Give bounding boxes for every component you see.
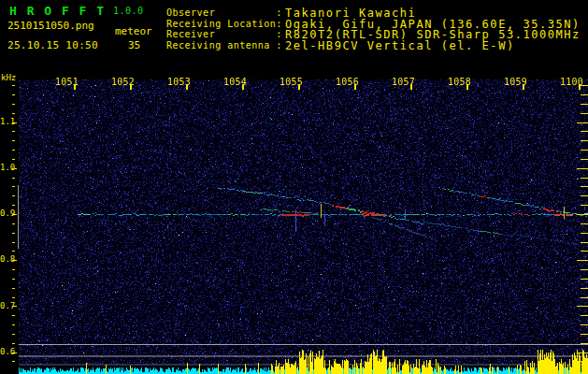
time-label: 1053 [163,78,191,87]
echo-count: 35 [128,39,140,51]
time-label: 1055 [275,78,303,87]
freq-axis-unit: kHz [1,73,16,82]
freq-minor-tick [12,233,15,234]
freq-label: 0.8 [0,255,11,264]
time-label: 1056 [331,78,359,87]
hrofft-window: H R O F F T 1.0.0 2510151050.png meteor … [0,0,588,374]
freq-label: 0.7 [0,302,11,310]
freq-minor-tick [12,104,15,105]
info-separator: : [276,39,282,51]
mode-label: meteor [115,25,152,37]
time-label: 1054 [219,78,247,87]
freq-label: 0.9 [0,209,11,218]
freq-minor-tick [12,140,15,141]
freq-major-tick [12,214,17,215]
freq-minor-tick [12,150,15,151]
freq-label: 0.6 [0,348,11,356]
info-label: Receiving antenna [166,40,270,50]
freq-major-tick [12,122,17,123]
freq-minor-tick [12,94,15,95]
freq-minor-tick [12,251,15,252]
freq-minor-tick [12,279,15,280]
time-label: 1058 [443,78,471,87]
datetime-label: 25.10.15 10:50 [7,39,98,51]
time-label: 1051 [50,78,79,87]
freq-minor-tick [12,297,15,298]
freq-major-tick [12,352,17,353]
freq-minor-tick [12,195,15,196]
freq-minor-tick [12,343,15,344]
freq-minor-tick [12,205,15,206]
gray-vertical-line [18,185,19,249]
freq-minor-tick [12,85,15,86]
freq-minor-tick [12,334,15,335]
spectrogram-canvas [19,79,588,374]
freq-minor-tick [12,131,15,132]
freq-minor-tick [12,315,15,316]
time-label: 1052 [107,78,135,87]
time-label: 1059 [499,78,527,87]
freq-minor-tick [12,113,15,114]
freq-minor-tick [12,269,15,270]
freq-label: 1.0 [0,164,11,172]
info-label: Receiver [166,29,215,39]
freq-minor-tick [12,361,15,362]
freq-minor-tick [12,186,15,187]
time-label: 1100 [555,78,583,87]
freq-minor-tick [12,223,15,224]
freq-major-tick [12,306,17,307]
freq-minor-tick [12,159,15,160]
app-title: H R O F F T [9,4,106,18]
freq-minor-tick [12,242,15,243]
freq-major-tick [12,260,17,261]
freq-minor-tick [12,324,15,325]
freq-minor-tick [12,178,15,179]
info-value: 2el-HB9CV Vertical (el. E-W) [285,39,515,52]
info-label: Receiving Location [166,19,276,29]
freq-minor-tick [12,288,15,289]
info-label: Observer [166,7,215,18]
time-label: 1057 [387,78,415,87]
output-filename: 2510151050.png [7,20,94,32]
app-version: 1.0.0 [113,6,144,16]
freq-label: 1.1 [0,118,11,126]
freq-major-tick [12,168,17,169]
